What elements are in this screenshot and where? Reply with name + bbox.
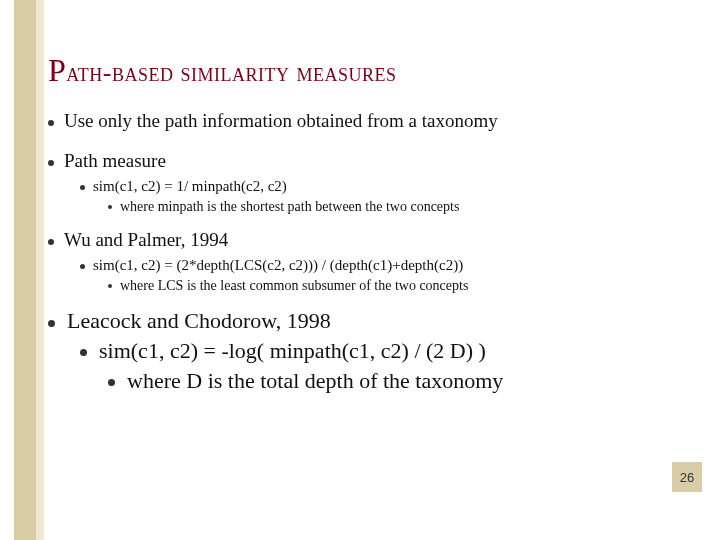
bullet-text: Use only the path information obtained f…	[64, 110, 690, 132]
bullet-icon	[48, 120, 54, 126]
bullet-text: Leacock and Chodorow, 1998	[67, 308, 331, 334]
bullet-text: sim(c1, c2) = (2*depth(LCS(c2, c2))) / (…	[93, 257, 463, 274]
bullet-text: where LCS is the least common subsumer o…	[120, 278, 468, 294]
bullet-level3: where minpath is the shortest path betwe…	[108, 199, 690, 215]
decorative-stripe-light	[36, 0, 44, 540]
bullet-icon	[108, 379, 115, 386]
bullet-icon	[80, 264, 85, 269]
bullet-icon	[80, 349, 87, 356]
bullet-text: sim(c1, c2) = -log( minpath(c1, c2) / (2…	[99, 338, 486, 364]
bullet-level2: sim(c1, c2) = -log( minpath(c1, c2) / (2…	[80, 338, 690, 364]
bullet-level2: sim(c1, c2) = (2*depth(LCS(c2, c2))) / (…	[80, 257, 690, 274]
bullet-text: where minpath is the shortest path betwe…	[120, 199, 459, 215]
bullet-text: Path measure	[64, 150, 690, 172]
bullet-level3: where LCS is the least common subsumer o…	[108, 278, 690, 294]
bullet-level1: Use only the path information obtained f…	[48, 110, 690, 132]
bullet-icon	[48, 320, 55, 327]
bullet-icon	[48, 239, 54, 245]
page-number-badge: 26	[672, 462, 702, 492]
bullet-icon	[108, 284, 112, 288]
bullet-level3: where D is the total depth of the taxono…	[108, 368, 690, 394]
bullet-level1: Leacock and Chodorow, 1998	[48, 308, 690, 334]
bullet-icon	[48, 160, 54, 166]
slide-title: Path-based similarity measures	[48, 52, 396, 89]
bullet-icon	[108, 205, 112, 209]
slide-body: Use only the path information obtained f…	[48, 110, 690, 394]
bullet-level2: sim(c1, c2) = 1/ minpath(c2, c2)	[80, 178, 690, 195]
bullet-level1: Wu and Palmer, 1994	[48, 229, 690, 251]
bullet-text: where D is the total depth of the taxono…	[127, 368, 503, 394]
bullet-icon	[80, 185, 85, 190]
page-number: 26	[680, 470, 694, 485]
decorative-stripe-dark	[14, 0, 36, 540]
bullet-text: sim(c1, c2) = 1/ minpath(c2, c2)	[93, 178, 287, 195]
bullet-text: Wu and Palmer, 1994	[64, 229, 690, 251]
bullet-level1: Path measure	[48, 150, 690, 172]
